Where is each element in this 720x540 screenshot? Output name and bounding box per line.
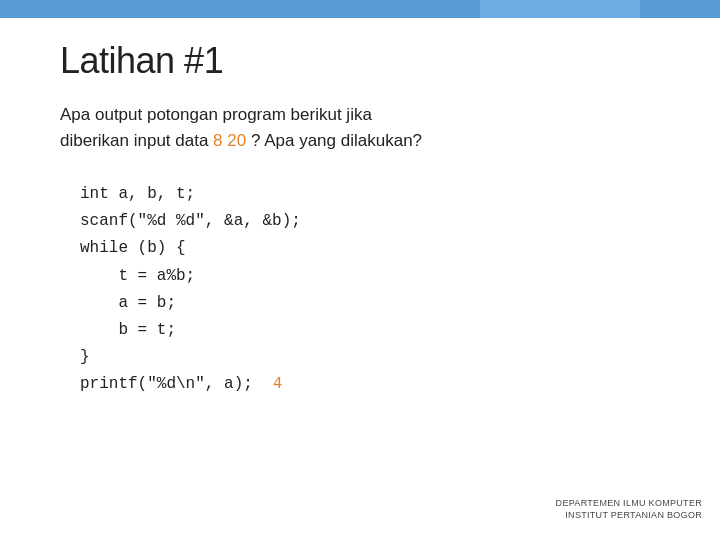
institution-line1: DEPARTEMEN ILMU KOMPUTER: [556, 497, 702, 510]
code-block: int a, b, t; scanf("%d %d", &a, &b); whi…: [60, 181, 660, 399]
desc-line2-prefix: diberikan input data: [60, 131, 213, 150]
institution-block: DEPARTEMEN ILMU KOMPUTER INSTITUT PERTAN…: [556, 497, 702, 522]
code-line-4: t = a%b;: [80, 263, 660, 290]
code-line-1: int a, b, t;: [80, 181, 660, 208]
institution-line2: INSTITUT PERTANIAN BOGOR: [556, 509, 702, 522]
code-line-2: scanf("%d %d", &a, &b);: [80, 208, 660, 235]
printf-text: printf("%d\n", a);: [80, 371, 253, 398]
input-value-1: 8: [213, 131, 222, 150]
description-text: Apa output potongan program berikut jika…: [60, 102, 660, 153]
desc-line2-suffix: ? Apa yang dilakukan?: [246, 131, 422, 150]
code-line-7: }: [80, 344, 660, 371]
top-bar: [0, 0, 720, 18]
input-value-2: 20: [227, 131, 246, 150]
top-bar-accent: [480, 0, 640, 18]
desc-line1: Apa output potongan program berikut jika: [60, 105, 372, 124]
answer-value: 4: [273, 371, 283, 398]
page-title: Latihan #1: [60, 40, 660, 82]
code-line-6: b = t;: [80, 317, 660, 344]
code-line-3: while (b) {: [80, 235, 660, 262]
code-line-8: printf("%d\n", a);4: [80, 371, 660, 398]
code-line-5: a = b;: [80, 290, 660, 317]
main-content: Latihan #1 Apa output potongan program b…: [60, 40, 660, 399]
